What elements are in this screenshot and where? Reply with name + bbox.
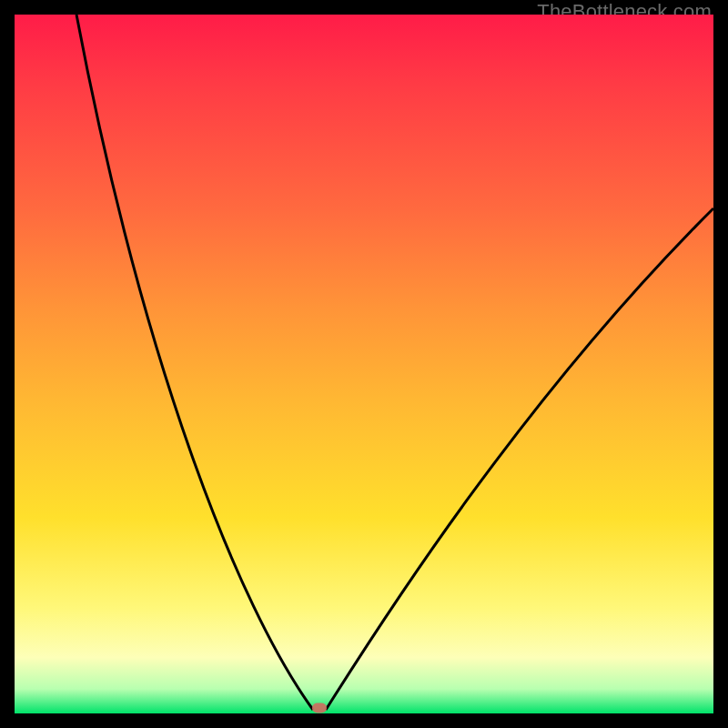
curve-left-segment (76, 15, 313, 710)
chart-frame (15, 15, 713, 713)
curve-right-segment (326, 208, 713, 710)
bottleneck-curve (15, 15, 713, 713)
optimal-marker (312, 703, 327, 713)
